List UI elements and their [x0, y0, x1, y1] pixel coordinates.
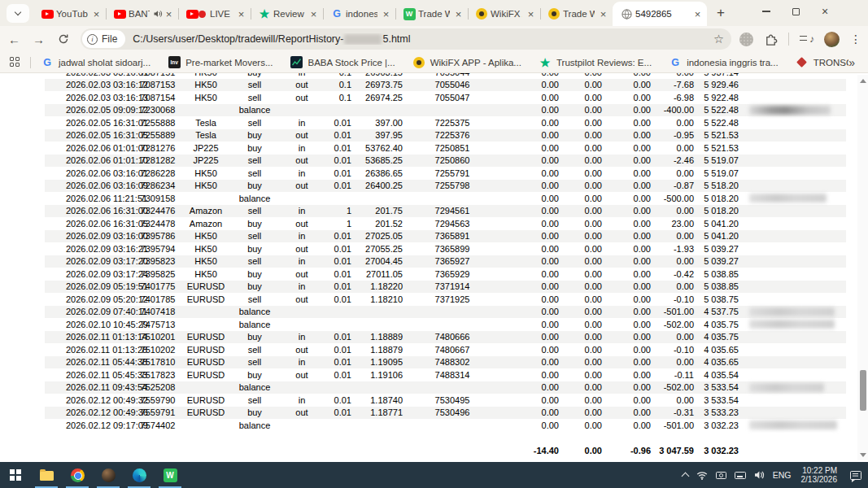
cell-deal: 7510202: [138, 345, 177, 355]
close-button[interactable]: ×: [816, 2, 834, 20]
tab-4[interactable]: ★Review su×: [251, 2, 323, 26]
taskbar-clock[interactable]: 10:22 PM 2/13/2026: [800, 466, 840, 485]
cell-swap: 0.00: [604, 269, 653, 279]
tab-close-icon[interactable]: ×: [525, 8, 537, 20]
tab-8[interactable]: Trade W F×: [540, 2, 613, 26]
cell-fee: 0.00: [561, 244, 604, 254]
tab-7[interactable]: WikiFX A×: [468, 2, 540, 26]
bookmark-item-5[interactable]: ★Trustpilot Reviews: E...: [539, 56, 652, 69]
scrollbar-thumb[interactable]: [860, 370, 866, 411]
cell-fee: 0.00: [561, 332, 604, 342]
start-button[interactable]: [0, 462, 31, 488]
tray-chevron-up-icon[interactable]: [681, 473, 689, 481]
bookmark-item-6[interactable]: Gindonesia inggris tra...: [669, 56, 779, 69]
cell-price: 26400.25: [353, 181, 405, 190]
cell-time: 2026.02.09 07:40:11: [45, 307, 138, 316]
globe-extension-icon[interactable]: [739, 33, 753, 46]
redacted-comment: [749, 106, 831, 115]
browser-menu-button[interactable]: ⋮: [850, 33, 858, 46]
page-scrollbar[interactable]: [857, 75, 868, 460]
cell-symbol: EURUSD: [177, 357, 234, 367]
cell-profit: -400.00: [653, 105, 696, 115]
tab-close-icon[interactable]: ×: [597, 8, 609, 20]
tab-6[interactable]: WTrade W×: [395, 2, 468, 26]
tab-close-icon[interactable]: ×: [452, 8, 465, 20]
forward-button[interactable]: →: [28, 29, 49, 50]
tab-close-icon[interactable]: ×: [691, 8, 704, 20]
bookmark-item-7[interactable]: TRONSCAN | TRON...: [796, 56, 849, 69]
cell-time: 2026.02.12 09:17:09: [45, 420, 138, 430]
bookmark-label: jadwal sholat sidoarj...: [59, 58, 150, 68]
cell-profit: 0.00: [653, 332, 696, 342]
cell-symbol: Tesla: [177, 130, 234, 140]
bookmark-item-4[interactable]: WikiFX APP - Aplika...: [412, 56, 521, 69]
taskbar-file-explorer[interactable]: [31, 462, 62, 488]
scrollbar-up-button[interactable]: [857, 75, 868, 86]
cell-symbol: Tesla: [177, 118, 234, 128]
reading-list-icon[interactable]: ♪: [800, 33, 813, 46]
back-button[interactable]: ←: [4, 29, 24, 50]
tab-3[interactable]: LIVE |×: [178, 2, 251, 26]
cell-direction: in: [275, 231, 329, 241]
cell-profit: 0.00: [653, 281, 696, 291]
system-tray: ENG 10:22 PM 2/13/2026: [683, 466, 868, 485]
cell-commission: 0.00: [499, 420, 561, 430]
cell-fee: 0.00: [561, 320, 604, 329]
language-indicator[interactable]: ENG: [773, 470, 792, 480]
cell-symbol: EURUSD: [177, 294, 234, 304]
wifi-icon[interactable]: [696, 471, 708, 480]
speaker-icon[interactable]: [754, 470, 765, 480]
tab-9[interactable]: 5492865×: [613, 2, 707, 26]
reload-icon: [58, 33, 69, 45]
reload-button[interactable]: [53, 29, 73, 50]
tab-5[interactable]: Gindonesia×: [323, 2, 395, 26]
display-sync-icon[interactable]: [716, 472, 726, 479]
tab-close-icon[interactable]: ×: [308, 8, 320, 20]
tab-2[interactable]: BANT×: [106, 2, 178, 26]
cell-time: 2026.02.06 01:01:00: [45, 143, 138, 153]
tab-close-icon[interactable]: ×: [380, 8, 392, 20]
deal-row: 2026.02.12 00:49:327559790EURUSDsellin0.…: [45, 394, 846, 407]
bookmark-item-2[interactable]: InvPre-market Movers...: [168, 56, 273, 69]
file-scheme-chip[interactable]: i File: [82, 30, 125, 48]
extensions-puzzle-icon[interactable]: [764, 33, 778, 46]
bookmarks-overflow-button[interactable]: »: [848, 56, 855, 69]
profile-avatar[interactable]: [824, 32, 840, 47]
toolbar-divider: [788, 33, 789, 46]
cell-commission: 0.00: [499, 73, 561, 77]
taskbar-app-avatar[interactable]: [93, 462, 124, 488]
cell-order: 7365891: [405, 231, 499, 241]
action-center-icon[interactable]: [850, 471, 861, 480]
taskbar-chrome[interactable]: [62, 462, 93, 488]
minimize-button[interactable]: [757, 2, 775, 20]
tab-close-icon[interactable]: ×: [235, 8, 247, 20]
deal-row-balance: 2026.02.09 07:40:117407418balance0.000.0…: [45, 306, 846, 319]
tab-close-icon[interactable]: ×: [163, 8, 175, 20]
cell-profit: -0.10: [653, 345, 696, 355]
cell-order: 7225375: [405, 118, 499, 128]
tab-1[interactable]: YouTube×: [33, 2, 106, 26]
bookmark-item-1[interactable]: Gjadwal sholat sidoarj...: [41, 56, 150, 69]
restore-button[interactable]: [787, 2, 805, 20]
apps-grid-icon[interactable]: [10, 57, 20, 68]
cell-order: 7255798: [405, 181, 499, 190]
taskbar-tradew[interactable]: W: [155, 462, 185, 488]
tronscan-favicon: [796, 56, 809, 69]
tab-list-button[interactable]: [7, 4, 29, 23]
scrollbar-down-button[interactable]: [857, 449, 868, 460]
cell-fee: 0.00: [561, 93, 604, 102]
windows-taskbar: W ENG 10:22 PM 2/13/2026: [0, 462, 868, 488]
cell-deal: 7281282: [138, 155, 177, 165]
tab-close-icon[interactable]: ×: [90, 8, 103, 20]
address-bar[interactable]: i File C:/Users/user/Desktop/tradewill/R…: [81, 28, 731, 50]
cell-order: 7250851: [405, 143, 499, 153]
new-tab-button[interactable]: +: [710, 2, 731, 24]
taskbar-edge[interactable]: [124, 462, 155, 488]
cell-deal: 7309158: [138, 194, 177, 203]
bookmark-star-button[interactable]: ☆: [713, 33, 724, 46]
deal-row: 2026.02.11 05:45:337517823EURUSDbuyout0.…: [45, 368, 846, 381]
bookmark-item-3[interactable]: BABA Stock Price |...: [290, 56, 395, 69]
tab-audio-icon[interactable]: [154, 10, 163, 18]
cell-order: 7255791: [405, 168, 499, 178]
touch-keyboard-icon[interactable]: [735, 472, 746, 479]
